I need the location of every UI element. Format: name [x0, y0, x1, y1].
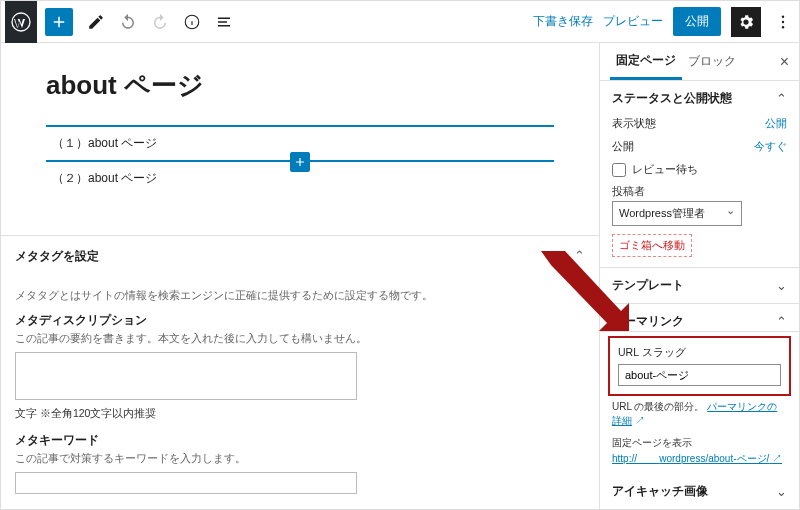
move-to-trash-link[interactable]: ゴミ箱へ移動 — [612, 234, 692, 257]
slug-input[interactable] — [618, 364, 781, 386]
meta-char-counter: 文字 ※全角120文字以内推奨 — [15, 407, 585, 421]
publish-value[interactable]: 今すぐ — [754, 139, 787, 154]
undo-icon[interactable] — [113, 7, 143, 37]
meta-description-text: メタタグとはサイトの情報を検索エンジンに正確に提供するために設定する物です。 — [15, 289, 585, 303]
redo-icon[interactable] — [145, 7, 175, 37]
wordpress-logo[interactable] — [5, 1, 37, 43]
svg-point-4 — [782, 15, 784, 17]
meta-keyword-hint: この記事で対策するキーワードを入力します。 — [15, 452, 585, 466]
pending-review-label: レビュー待ち — [632, 162, 698, 177]
meta-title: メタタグを設定 — [15, 248, 585, 265]
fixed-page-display: 固定ページを表示 — [612, 436, 787, 450]
external-link-icon: ↗ — [635, 415, 645, 426]
more-menu-icon[interactable] — [771, 7, 795, 37]
add-block-inline-button[interactable] — [290, 152, 310, 172]
panel-permalink-title: パーマリンク — [612, 314, 684, 329]
meta-desc-hint: この記事の要約を書きます。本文を入れた後に入力しても構いません。 — [15, 332, 585, 346]
visibility-value[interactable]: 公開 — [765, 116, 787, 131]
panel-eyecatch[interactable]: アイキャッチ画像 ⌄ — [612, 484, 787, 499]
permalink-highlight-box: URL スラッグ — [608, 336, 791, 396]
panel-eyecatch-title: アイキャッチ画像 — [612, 484, 708, 499]
visibility-label: 表示状態 — [612, 116, 656, 131]
outline-icon[interactable] — [209, 7, 239, 37]
block-inserter-divider — [46, 160, 554, 162]
settings-sidebar: 固定ページ ブロック × ステータスと公開状態 ⌃ 表示状態 公開 公開 今すぐ — [599, 43, 799, 509]
add-block-button[interactable] — [45, 8, 73, 36]
info-icon[interactable] — [177, 7, 207, 37]
chevron-up-icon[interactable]: ⌃ — [574, 248, 585, 263]
preview-link[interactable]: プレビュー — [603, 13, 663, 30]
publish-label: 公開 — [612, 139, 634, 154]
permalink-url[interactable]: http:// wordpress/about-ページ/ ↗ — [612, 452, 787, 466]
panel-status[interactable]: ステータスと公開状態 ⌃ — [612, 91, 787, 106]
panel-permalink[interactable]: パーマリンク ⌃ — [612, 314, 787, 329]
tab-page[interactable]: 固定ページ — [610, 43, 682, 80]
author-select[interactable]: Wordpress管理者 — [612, 201, 742, 226]
author-value: Wordpress管理者 — [619, 207, 705, 219]
meta-desc-input[interactable] — [15, 352, 357, 400]
svg-point-0 — [12, 13, 30, 31]
chevron-up-icon: ⌃ — [776, 314, 787, 329]
page-title[interactable]: about ページ — [46, 68, 554, 103]
panel-template[interactable]: テンプレート ⌄ — [612, 278, 787, 293]
tab-block[interactable]: ブロック — [682, 43, 742, 80]
pending-review-input[interactable] — [612, 163, 626, 177]
external-link-icon: ↗ — [772, 453, 782, 464]
close-icon[interactable]: × — [780, 53, 789, 71]
publish-button[interactable]: 公開 — [673, 7, 721, 36]
pending-review-checkbox[interactable]: レビュー待ち — [612, 162, 787, 177]
save-draft-link[interactable]: 下書き保存 — [533, 13, 593, 30]
meta-desc-label: メタディスクリプション — [15, 313, 585, 328]
meta-keyword-input[interactable] — [15, 472, 357, 494]
edit-icon[interactable] — [81, 7, 111, 37]
slug-label: URL スラッグ — [618, 346, 781, 360]
chevron-down-icon: ⌄ — [776, 278, 787, 293]
editor-canvas: about ページ （１）about ページ （２）about ページ メタタグ… — [1, 43, 599, 509]
svg-point-5 — [782, 20, 784, 22]
meta-section: メタタグを設定 ⌃ — [1, 235, 599, 277]
chevron-down-icon: ⌄ — [776, 484, 787, 499]
svg-point-6 — [782, 26, 784, 28]
author-label: 投稿者 — [612, 185, 787, 199]
panel-template-title: テンプレート — [612, 278, 684, 293]
settings-button[interactable] — [731, 7, 761, 37]
panel-status-title: ステータスと公開状態 — [612, 91, 732, 106]
editor-topbar: 下書き保存 プレビュー 公開 — [1, 1, 799, 43]
chevron-up-icon: ⌃ — [776, 91, 787, 106]
permalink-hint: URL の最後の部分。 パーマリンクの詳細 ↗ — [612, 400, 787, 428]
meta-keyword-label: メタキーワード — [15, 433, 585, 448]
